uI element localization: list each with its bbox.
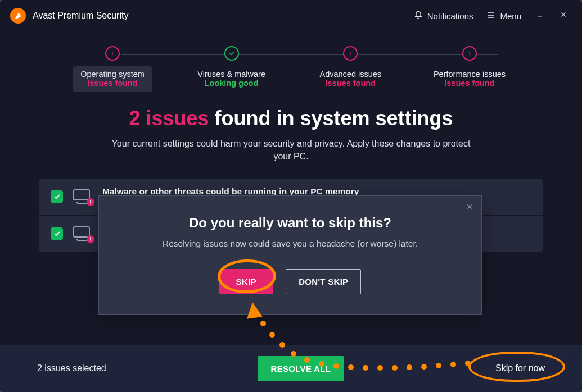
headline-area: 2 issues found in system settings Your c…	[0, 107, 582, 163]
step-status: Issues found	[320, 79, 382, 88]
dialog-body: Resolving issues now could save you a he…	[118, 239, 462, 249]
avast-logo-icon	[10, 8, 26, 24]
titlebar: Avast Premium Security Notifications Men…	[0, 0, 582, 31]
step-labelbox: Operating system Issues found	[73, 66, 152, 92]
skip-for-now-link[interactable]: Skip for now	[495, 363, 545, 373]
headline-title: 2 issues found in system settings	[0, 107, 582, 130]
resolve-all-button[interactable]: RESOLVE ALL	[258, 356, 345, 381]
issue-checkbox[interactable]	[51, 227, 63, 240]
step-viruses-malware[interactable]: Viruses & malware Looking good	[175, 46, 288, 92]
headline-accent: 2 issues	[129, 107, 209, 130]
warning-circle-icon	[462, 46, 477, 61]
dialog-skip-button[interactable]: SKIP	[219, 269, 274, 294]
step-status: Issues found	[80, 79, 145, 88]
pc-alert-icon: !	[73, 189, 92, 204]
dialog-dont-skip-button[interactable]: DON'T SKIP	[286, 269, 361, 294]
bell-icon	[414, 11, 423, 21]
step-operating-system[interactable]: Operating system Issues found	[56, 46, 169, 92]
step-title: Viruses & malware	[197, 70, 265, 79]
step-title: Advanced issues	[320, 70, 382, 79]
issue-checkbox[interactable]	[51, 190, 63, 203]
dialog-actions: SKIP DON'T SKIP	[118, 269, 462, 294]
step-performance-issues[interactable]: Performance issues Issues found	[413, 46, 526, 92]
svg-point-2	[469, 54, 470, 55]
step-status: Issues found	[434, 79, 506, 88]
menu-button[interactable]: Menu	[483, 8, 525, 24]
step-status: Looking good	[197, 79, 265, 88]
svg-point-4	[269, 332, 275, 338]
step-labelbox: Viruses & malware Looking good	[190, 66, 273, 92]
menu-label: Menu	[500, 11, 521, 21]
skip-confirm-dialog: Do you really want to skip this? Resolvi…	[98, 195, 482, 315]
issues-selected-label: 2 issues selected	[37, 363, 106, 373]
step-title: Performance issues	[434, 70, 506, 79]
step-advanced-issues[interactable]: Advanced issues Issues found	[294, 46, 407, 92]
svg-point-1	[350, 54, 351, 55]
check-circle-icon	[224, 46, 239, 61]
footer-bar: 2 issues selected RESOLVE ALL Skip for n…	[0, 345, 582, 392]
window-minimize-button[interactable]	[531, 11, 548, 21]
notifications-label: Notifications	[427, 11, 473, 21]
pc-alert-icon: !	[73, 226, 92, 241]
notifications-button[interactable]: Notifications	[410, 8, 477, 24]
app-title: Avast Premium Security	[33, 11, 128, 21]
scan-steps: Operating system Issues found Viruses & …	[0, 31, 582, 92]
warning-circle-icon	[343, 46, 358, 61]
step-labelbox: Performance issues Issues found	[426, 66, 513, 92]
hamburger-icon	[486, 11, 495, 21]
svg-point-3	[260, 321, 266, 326]
warning-circle-icon	[105, 46, 120, 61]
svg-point-0	[112, 54, 112, 55]
step-labelbox: Advanced issues Issues found	[312, 66, 390, 92]
step-title: Operating system	[80, 70, 145, 79]
headline-rest: found in system settings	[215, 107, 453, 130]
app-window: Avast Premium Security Notifications Men…	[0, 0, 582, 392]
headline-sub: Your current settings could harm your se…	[111, 137, 471, 163]
window-close-button[interactable]	[555, 11, 572, 21]
dialog-title: Do you really want to skip this?	[118, 215, 462, 231]
dialog-close-button[interactable]	[466, 203, 473, 213]
